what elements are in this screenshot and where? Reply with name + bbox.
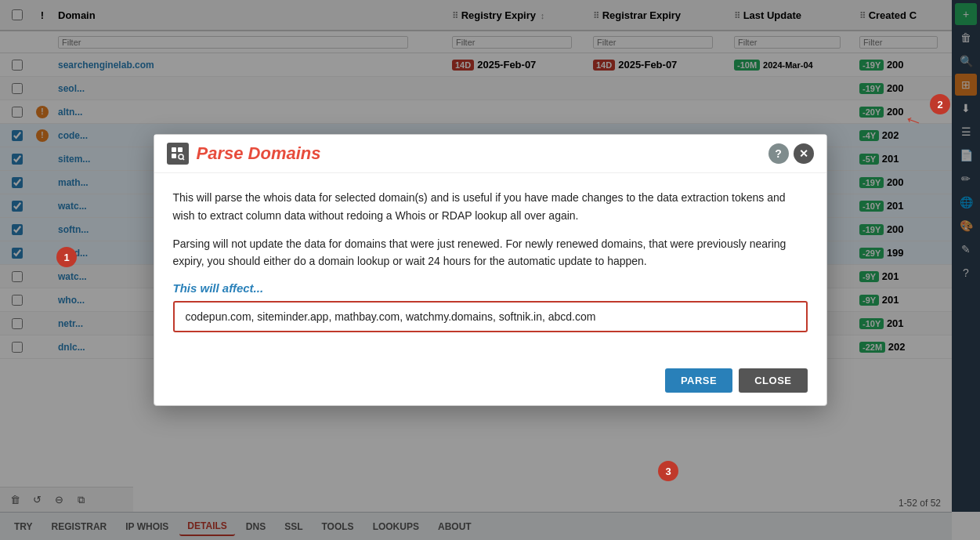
modal-help-button[interactable]: ? xyxy=(768,143,789,164)
svg-rect-2 xyxy=(172,154,176,158)
modal-header: Parse Domains ? ✕ xyxy=(154,135,826,173)
parse-button[interactable]: PARSE xyxy=(665,368,732,393)
modal-icon xyxy=(167,143,189,165)
parse-domains-modal: Parse Domains ? ✕ This will parse the wh… xyxy=(154,134,827,406)
modal-title: Parse Domains xyxy=(197,143,321,164)
badge-2: 2 xyxy=(930,94,950,114)
close-modal-button[interactable]: CLOSE xyxy=(739,368,807,393)
modal-title-area: Parse Domains xyxy=(167,143,321,165)
modal-header-actions: ? ✕ xyxy=(768,143,814,164)
modal-body: This will parse the whois data for selec… xyxy=(154,173,826,361)
modal-footer: PARSE CLOSE xyxy=(154,361,826,405)
svg-point-3 xyxy=(179,154,183,159)
modal-affect-title: This will affect... xyxy=(173,281,808,295)
badge-1: 1 xyxy=(56,247,77,267)
grid-search-icon xyxy=(171,147,185,161)
modal-close-x-button[interactable]: ✕ xyxy=(794,143,814,164)
modal-paragraph2: Parsing will not update the data for dom… xyxy=(173,235,808,270)
modal-paragraph1: This will parse the whois data for selec… xyxy=(173,189,808,224)
svg-rect-1 xyxy=(178,147,183,152)
modal-overlay: Parse Domains ? ✕ This will parse the wh… xyxy=(0,0,980,540)
svg-rect-0 xyxy=(172,147,176,152)
modal-domain-list: codepun.com, siteminder.app, mathbay.com… xyxy=(173,301,808,332)
badge-3: 3 xyxy=(658,461,678,481)
svg-line-4 xyxy=(183,158,184,160)
